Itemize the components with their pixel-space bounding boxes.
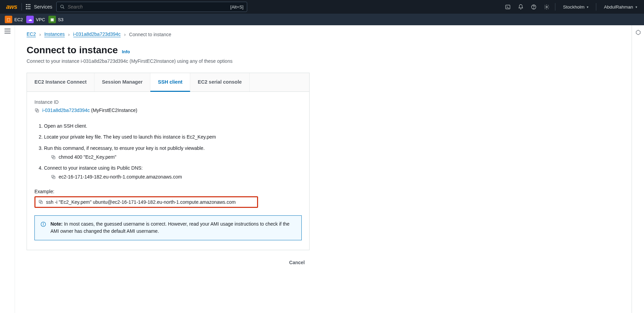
note-text: In most cases, the guessed username is c…	[50, 221, 289, 234]
chevron-right-icon: ›	[124, 32, 126, 37]
pinned-services-bar: ⬚ EC2 ☁ VPC ▣ S3	[0, 14, 644, 25]
gear-icon	[544, 4, 550, 10]
bell-icon	[518, 4, 524, 10]
search-input[interactable]	[68, 4, 230, 10]
copy-icon[interactable]	[51, 174, 56, 180]
example-ssh-command: ssh -i "Ec2_Key.pem" ubuntu@ec2-16-171-1…	[34, 196, 258, 208]
chevron-right-icon: ›	[68, 32, 70, 37]
hamburger-icon	[4, 29, 11, 33]
cancel-button[interactable]: Cancel	[284, 257, 310, 268]
breadcrumb: EC2 › Instances › i-031a8d2ba723d394c › …	[27, 31, 620, 37]
account-menu[interactable]: AbdulRahman	[600, 4, 641, 10]
connect-tabs: EC2 Instance Connect Session Manager SSH…	[27, 73, 309, 92]
nav-divider	[21, 3, 22, 11]
right-panel-toggle[interactable]	[632, 25, 644, 313]
services-menu-button[interactable]: Services	[26, 4, 53, 10]
ssh-step-1: Open an SSH client.	[44, 120, 302, 131]
example-command-text: ssh -i "Ec2_Key.pem" ubuntu@ec2-16-171-1…	[46, 199, 236, 205]
help-button[interactable]	[529, 2, 538, 11]
aws-logo[interactable]: aws	[6, 3, 17, 11]
note-box: Note: In most cases, the guessed usernam…	[34, 215, 302, 240]
svg-marker-18	[636, 30, 640, 35]
svg-line-1	[63, 8, 64, 9]
ec2-icon: ⬚	[5, 16, 12, 23]
ssh-step-3: Run this command, if necessary, to ensur…	[44, 143, 302, 163]
left-panel-toggle[interactable]	[0, 25, 15, 313]
copy-icon[interactable]	[38, 199, 43, 204]
chmod-command: chmod 400 "Ec2_Key.pem"	[59, 154, 116, 160]
services-label: Services	[34, 4, 53, 10]
breadcrumb-instance-id[interactable]: i-031a8d2ba723d394c	[73, 31, 121, 37]
tab-ssh-client[interactable]: SSH client	[150, 73, 190, 92]
search-shortcut: [Alt+S]	[230, 4, 244, 10]
tab-serial-console[interactable]: EC2 serial console	[190, 73, 250, 91]
instance-name: (MyFirstEC2Instance)	[90, 108, 137, 113]
chevron-right-icon: ›	[39, 32, 41, 37]
svg-rect-2	[506, 5, 510, 9]
footer-actions: Cancel	[27, 250, 310, 268]
tab-ec2-connect[interactable]: EC2 Instance Connect	[27, 73, 94, 91]
pinned-ec2[interactable]: ⬚ EC2	[5, 16, 23, 23]
ssh-step-2: Locate your private key file. The key us…	[44, 131, 302, 142]
notifications-button[interactable]	[516, 2, 525, 11]
nav-divider	[596, 3, 596, 11]
ssh-step-4: Connect to your instance using its Publi…	[44, 162, 302, 183]
page-title: Connect to instance	[27, 45, 118, 55]
cloudshell-icon	[505, 4, 511, 10]
svg-point-17	[43, 223, 43, 223]
svg-point-6	[546, 6, 547, 8]
page-subtitle: Connect to your instance i-031a8d2ba723d…	[27, 58, 620, 64]
pinned-vpc[interactable]: ☁ VPC	[26, 16, 45, 23]
breadcrumb-ec2[interactable]: EC2	[27, 31, 36, 37]
pinned-label: VPC	[36, 17, 45, 22]
breadcrumb-instances[interactable]: Instances	[44, 31, 65, 37]
copy-icon[interactable]	[51, 155, 56, 160]
instance-id-label: Instance ID	[34, 99, 302, 105]
note-label: Note:	[50, 221, 63, 227]
example-label: Example:	[34, 189, 302, 194]
main-content: EC2 › Instances › i-031a8d2ba723d394c › …	[15, 25, 632, 313]
tab-session-manager[interactable]: Session Manager	[94, 73, 150, 91]
svg-point-0	[61, 5, 63, 8]
public-dns: ec2-16-171-149-182.eu-north-1.compute.am…	[59, 173, 182, 180]
instance-id-link[interactable]: i-031a8d2ba723d394c	[42, 108, 90, 113]
connect-panel: EC2 Instance Connect Session Manager SSH…	[27, 73, 310, 250]
vpc-icon: ☁	[26, 16, 34, 23]
cloudshell-button[interactable]	[503, 2, 512, 11]
help-icon	[531, 4, 537, 10]
hexagon-icon	[635, 29, 641, 35]
search-icon	[60, 4, 65, 9]
info-link[interactable]: Info	[122, 49, 130, 54]
global-search[interactable]: [Alt+S]	[56, 2, 247, 12]
pinned-label: EC2	[14, 17, 23, 22]
nav-divider	[555, 3, 555, 11]
svg-point-5	[534, 8, 534, 8]
info-icon	[40, 221, 46, 227]
grid-icon	[26, 4, 31, 10]
region-selector[interactable]: Stockholm	[559, 4, 592, 10]
copy-icon[interactable]	[34, 108, 40, 113]
pinned-label: S3	[58, 17, 63, 22]
pinned-s3[interactable]: ▣ S3	[48, 16, 63, 23]
settings-button[interactable]	[542, 2, 551, 11]
s3-icon: ▣	[48, 16, 56, 23]
ssh-tab-body: Instance ID i-031a8d2ba723d394c (MyFirst…	[27, 92, 309, 250]
top-navbar: aws Services [Alt+S] Stockholm AbdulRahm…	[0, 0, 644, 14]
breadcrumb-current: Connect to instance	[129, 32, 171, 37]
ssh-steps: Open an SSH client. Locate your private …	[44, 120, 302, 183]
